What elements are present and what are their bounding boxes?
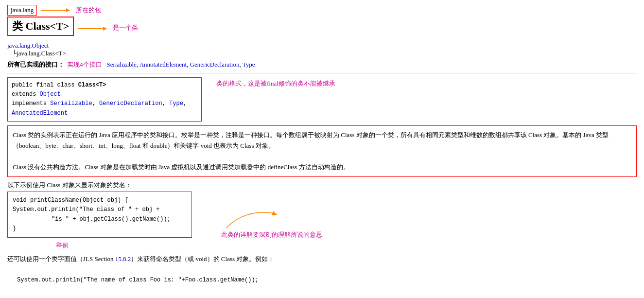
code-line-3: "is " + obj.getClass().getName()); (52, 215, 187, 224)
arrow-icon-2 (78, 25, 107, 32)
description-para1: Class 类的实例表示正在运行的 Java 应用程序中的类和接口。枚举是一种类… (13, 130, 631, 151)
hierarchy-parent: java.lang.Object (7, 42, 637, 50)
interfaces-label: 所有已实现的接口： (7, 60, 64, 69)
package-row: java.lang 所在的包 (7, 5, 637, 16)
sig-line3: implements Serializable, GenericDeclarat… (12, 99, 197, 118)
interface-annotatedelement[interactable]: AnnotatedElement (139, 61, 187, 68)
svg-marker-1 (66, 8, 70, 12)
code-annotation-text: 此类的详解要深刻的理解所说的意思 (221, 230, 322, 239)
curved-arrow-icon (221, 206, 279, 230)
interfaces-count-link: 实现4个接口 (67, 60, 102, 69)
hierarchy-child: └java.lang.Class<T> (12, 50, 637, 57)
package-annotation: 所在的包 (76, 6, 101, 15)
class-title: 类 Class<T> (7, 17, 74, 36)
parent-link[interactable]: java.lang.Object (7, 42, 49, 49)
jls-link[interactable]: 15.8.2 (115, 255, 131, 263)
example-label: 举例 (56, 241, 637, 250)
code-line-1: void printClassName(Object obj) { (13, 196, 187, 205)
code-line-2: System.out.println("The class of " + obj… (13, 205, 187, 214)
sig-line1: public final class Class<T> (12, 81, 197, 90)
signature-area: public final class Class<T> extends Obje… (7, 77, 637, 122)
svg-marker-3 (103, 27, 107, 31)
signature-box: public final class Class<T> extends Obje… (7, 77, 202, 122)
signature-annotation: 类的格式，这是被final修饰的类不能被继承 (216, 77, 335, 88)
sig-line2: extends Object (12, 90, 197, 99)
code-example-area: 以下示例使用 Class 对象来显示对象的类名： void printClass… (7, 181, 637, 250)
impl-type[interactable]: Type (169, 100, 183, 107)
interface-type[interactable]: Type (243, 61, 255, 68)
arrow-icon (41, 7, 70, 14)
code-and-annotation: void printClassName(Object obj) { System… (7, 192, 637, 239)
title-row: 类 Class<T> 是一个类 (7, 17, 637, 39)
code-line-4: } (13, 224, 187, 233)
interface-genericdeclaration[interactable]: GenericDeclaration (190, 61, 240, 68)
interface-serializable[interactable]: Serializable (107, 61, 137, 68)
interfaces-row: 所有已实现的接口： 实现4个接口 Serializable, Annotated… (7, 60, 637, 69)
header-section: java.lang 所在的包 类 Class<T> 是一个类 (7, 5, 637, 39)
description-para2: Class 没有公共构造方法。Class 对象是在加载类时由 Java 虚拟机以… (13, 162, 631, 173)
divider-1 (7, 73, 637, 73)
svg-marker-4 (272, 211, 277, 215)
code-intro: 以下示例使用 Class 对象来显示对象的类名： (7, 181, 637, 190)
extra-text-section: 还可以使用一个类字面值（JLS Section 15.8.2）来获得命名类型（或… (7, 254, 637, 285)
class-annotation: 是一个类 (113, 23, 138, 32)
interfaces-links: Serializable, AnnotatedElement, GenericD… (107, 61, 255, 69)
code-example-section: 以下示例使用 Class 对象来显示对象的类名： void printClass… (7, 181, 637, 250)
extends-link[interactable]: Object (40, 91, 61, 98)
description-box: Class 类的实例表示正在运行的 Java 应用程序中的类和接口。枚举是一种类… (7, 125, 637, 177)
extra-line1: 还可以使用一个类字面值（JLS Section 15.8.2）来获得命名类型（或… (7, 254, 637, 264)
code-box: void printClassName(Object obj) { System… (7, 192, 192, 238)
impl-genericdeclaration[interactable]: GenericDeclaration (99, 100, 162, 107)
hierarchy-section: java.lang.Object └java.lang.Class<T> (7, 42, 637, 57)
impl-annotatedelement[interactable]: AnnotatedElement (12, 110, 68, 117)
impl-serializable[interactable]: Serializable (50, 100, 92, 107)
package-box: java.lang (7, 5, 37, 16)
extra-code-line: System.out.println("The name of class Fo… (17, 275, 637, 285)
code-annotation-area: 此类的详解要深刻的理解所说的意思 (221, 206, 322, 239)
